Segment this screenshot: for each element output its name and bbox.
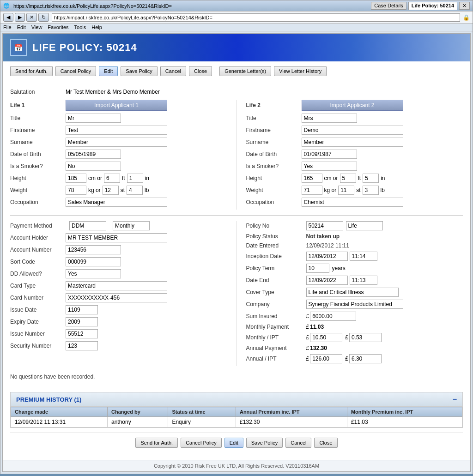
security-number-input[interactable] (66, 341, 98, 350)
life2-title-input[interactable] (302, 114, 357, 123)
tab-life-policy[interactable]: Life Policy: 50214 (408, 2, 457, 10)
life2-dob-input[interactable] (302, 150, 357, 159)
life1-height-in-input[interactable] (127, 174, 143, 183)
issue-date-input[interactable] (66, 305, 98, 314)
payment-method-input[interactable] (69, 221, 106, 230)
company-input[interactable] (306, 300, 403, 309)
life1-height-ft-input[interactable] (104, 174, 120, 183)
policy-term-input[interactable] (306, 264, 329, 273)
life2-surname-label: Surname (246, 139, 302, 145)
issue-number-row: Issue Number (10, 329, 227, 338)
inception-date-label: Inception Date (246, 253, 306, 259)
life2-surname-row: Surname (246, 138, 463, 147)
import-applicant2-button[interactable]: Import Applicant 2 (302, 100, 403, 111)
save-policy-button[interactable]: Save Policy (121, 66, 157, 76)
close-button[interactable]: Close (189, 66, 212, 76)
payment-policy-section: Payment Method Account Holder Account Nu… (10, 221, 463, 366)
dd-allowed-input[interactable] (66, 269, 121, 278)
expiry-date-row: Expiry Date (10, 317, 227, 326)
send-for-auth-button[interactable]: Send for Auth. (10, 66, 53, 76)
footer-send-for-auth-button[interactable]: Send for Auth. (135, 438, 178, 448)
premium-history-title: PREMIUM HISTORY (1) (16, 396, 81, 403)
policy-no-row: Policy No (246, 221, 463, 230)
life1-title-input[interactable] (66, 114, 121, 123)
sort-code-input[interactable] (66, 257, 121, 266)
menu-tools[interactable]: Tools (74, 24, 86, 30)
monthly-ipt-input1[interactable] (310, 333, 342, 342)
collapse-icon[interactable]: − (453, 395, 457, 404)
expiry-date-label: Expiry Date (10, 319, 66, 325)
cell-status-at-time: Enquiry (168, 417, 236, 428)
life2-occupation-input[interactable] (302, 198, 403, 207)
cover-type-input[interactable] (306, 288, 399, 297)
card-type-input[interactable] (66, 281, 167, 290)
date-end-time-input[interactable] (350, 276, 377, 285)
date-end-input[interactable] (306, 276, 348, 285)
life1-smoker-input[interactable] (66, 162, 121, 171)
annual-payment-row: Annual Payment £ 132.30 (246, 345, 463, 351)
footer-cancel-policy-button[interactable]: Cancel Policy (181, 438, 222, 448)
life1-occupation-input[interactable] (66, 198, 167, 207)
menu-view[interactable]: View (31, 24, 42, 30)
life1-dob-input[interactable] (66, 150, 121, 159)
life2-height-cm-input[interactable] (302, 174, 322, 183)
life2-weight-st-input[interactable] (338, 186, 354, 195)
life1-weight-kg-input[interactable] (66, 186, 86, 195)
edit-button[interactable]: Edit (99, 66, 118, 76)
account-holder-input[interactable] (66, 233, 167, 242)
url-input[interactable] (52, 13, 460, 22)
account-number-input[interactable] (66, 245, 121, 254)
sum-insured-input[interactable] (310, 312, 356, 321)
issue-number-label: Issue Number (10, 331, 66, 337)
annual-ipt-row: Annual / IPT £ £ (246, 354, 463, 363)
life2-title-row: Life 2 Import Applicant 2 (246, 100, 463, 111)
life1-weight-lb-input[interactable] (127, 186, 143, 195)
footer-close-button[interactable]: Close (314, 438, 337, 448)
monthly-ipt-input2[interactable] (349, 333, 382, 342)
life1-height-cm-input[interactable] (66, 174, 86, 183)
footer-edit-button[interactable]: Edit (224, 438, 243, 448)
cancel-policy-button[interactable]: Cancel Policy (55, 66, 97, 76)
menu-help[interactable]: Help (91, 24, 102, 30)
life2-weight-label: Weight (246, 187, 302, 193)
life1-weight-st-input[interactable] (103, 186, 119, 195)
annual-ipt-input1[interactable] (310, 354, 342, 363)
view-letter-history-button[interactable]: View Letter History (274, 66, 327, 76)
footer-cancel-button[interactable]: Cancel (285, 438, 311, 448)
policy-type-input[interactable] (346, 221, 383, 230)
life2-surname-input[interactable] (302, 138, 403, 147)
close-tab-button[interactable]: ✕ (459, 2, 470, 10)
inception-date-input[interactable] (306, 252, 348, 261)
tab-case-details[interactable]: Case Details (371, 2, 406, 10)
generate-letters-button[interactable]: Generate Letter(s) (219, 66, 271, 76)
menu-favorites[interactable]: Favorites (48, 24, 68, 30)
payment-method-type-input[interactable] (113, 221, 150, 230)
life2-firstname-label: Firstname (246, 127, 302, 133)
card-number-input[interactable] (66, 293, 167, 302)
expiry-date-input[interactable] (66, 317, 98, 326)
life1-surname-input[interactable] (66, 138, 167, 147)
life2-height-ft-input[interactable] (340, 174, 356, 183)
back-button[interactable]: ◀ (3, 13, 13, 22)
life2-height-in-input[interactable] (363, 174, 379, 183)
forward-button[interactable]: ▶ (15, 13, 25, 22)
annual-ipt-input2[interactable] (349, 354, 382, 363)
stop-button[interactable]: ✕ (26, 13, 37, 22)
policy-term-unit: years (332, 265, 346, 271)
life2-weight-lb-input[interactable] (363, 186, 379, 195)
issue-number-input[interactable] (66, 329, 98, 338)
footer-save-policy-button[interactable]: Save Policy (246, 438, 283, 448)
cancel-button[interactable]: Cancel (160, 66, 186, 76)
policy-no-input[interactable] (306, 221, 343, 230)
life2-firstname-input[interactable] (302, 126, 403, 135)
inception-time-input[interactable] (350, 252, 377, 261)
life2-weight-kg-input[interactable] (302, 186, 322, 195)
life2-dob-label: Date of Birth (246, 151, 302, 157)
menu-file[interactable]: File (3, 24, 12, 30)
life2-smoker-input[interactable] (302, 162, 357, 171)
import-applicant1-button[interactable]: Import Applicant 1 (66, 100, 167, 111)
refresh-button[interactable]: ↻ (38, 13, 49, 22)
sum-insured-label: Sum Insured (246, 313, 306, 319)
life1-firstname-input[interactable] (66, 126, 167, 135)
menu-edit[interactable]: Edit (17, 24, 26, 30)
